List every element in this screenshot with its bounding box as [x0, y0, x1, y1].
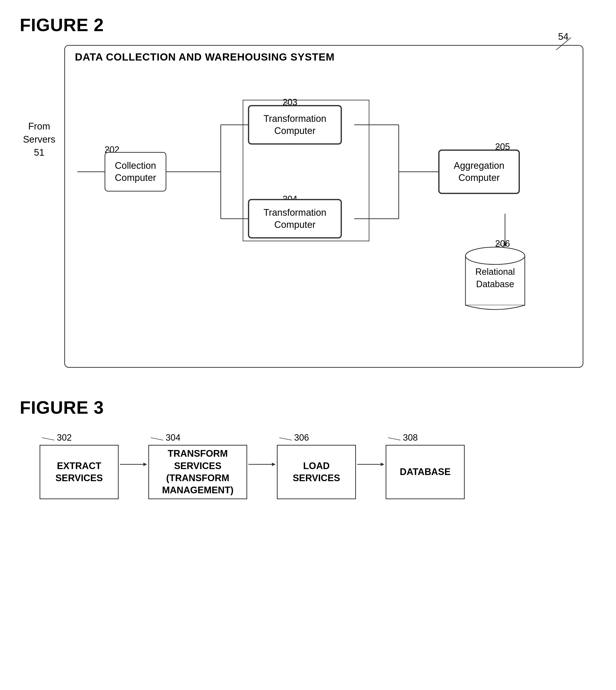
ref-308: 308 [403, 432, 418, 443]
ref-308-line [388, 434, 403, 441]
diagram-area: 202 Collection Computer 203 Transformati… [85, 75, 563, 347]
transformation-computer-204-box: Transformation Computer [248, 199, 342, 239]
from-servers-label: From Servers 51 [23, 120, 56, 159]
figure3: FIGURE 3 302 EXTRACT SERVICES [20, 397, 596, 499]
svg-line-27 [151, 438, 163, 440]
ref-302: 302 [57, 432, 72, 443]
collection-computer-box: Collection Computer [105, 152, 167, 192]
extract-services-wrapper: 302 EXTRACT SERVICES [40, 432, 119, 499]
system-label: DATA COLLECTION AND WAREHOUSING SYSTEM [75, 51, 335, 63]
load-services-wrapper: 306 LOAD SERVICES [277, 432, 356, 499]
ref-304: 304 [166, 432, 180, 443]
svg-marker-26 [144, 463, 147, 466]
transformation-computer-203-box: Transformation Computer [248, 105, 342, 144]
extract-services-box: EXTRACT SERVICES [40, 445, 119, 499]
arrow3 [356, 432, 386, 487]
ref-302-line [42, 434, 57, 441]
svg-line-30 [279, 438, 292, 440]
load-services-box: LOAD SERVICES [277, 445, 356, 499]
transform-services-wrapper: 304 TRANSFORM SERVICES (TRANSFORM MANAGE… [148, 432, 247, 499]
figure2-title: FIGURE 2 [20, 15, 596, 35]
svg-line-33 [388, 438, 400, 440]
ref-306: 306 [294, 432, 309, 443]
system-box: DATA COLLECTION AND WAREHOUSING SYSTEM F… [64, 45, 584, 368]
ref-304-line [151, 434, 166, 441]
database-box: DATABASE [386, 445, 465, 499]
relational-database-label: Relational Database [463, 266, 527, 291]
arrow1 [119, 432, 148, 487]
figure3-title: FIGURE 3 [20, 397, 596, 418]
svg-point-23 [465, 247, 525, 264]
figure2: FIGURE 2 54 DATA COLLECTION AND WAREHOUS… [20, 15, 596, 368]
transform-services-box: TRANSFORM SERVICES (TRANSFORM MANAGEMENT… [148, 445, 247, 499]
ref-306-line [279, 434, 294, 441]
arrow2 [247, 432, 277, 487]
aggregation-computer-box: Aggregation Computer [438, 150, 520, 194]
svg-line-24 [42, 438, 54, 440]
svg-marker-29 [272, 463, 276, 466]
svg-marker-32 [381, 463, 384, 466]
database-wrapper: 308 DATABASE [386, 432, 465, 499]
